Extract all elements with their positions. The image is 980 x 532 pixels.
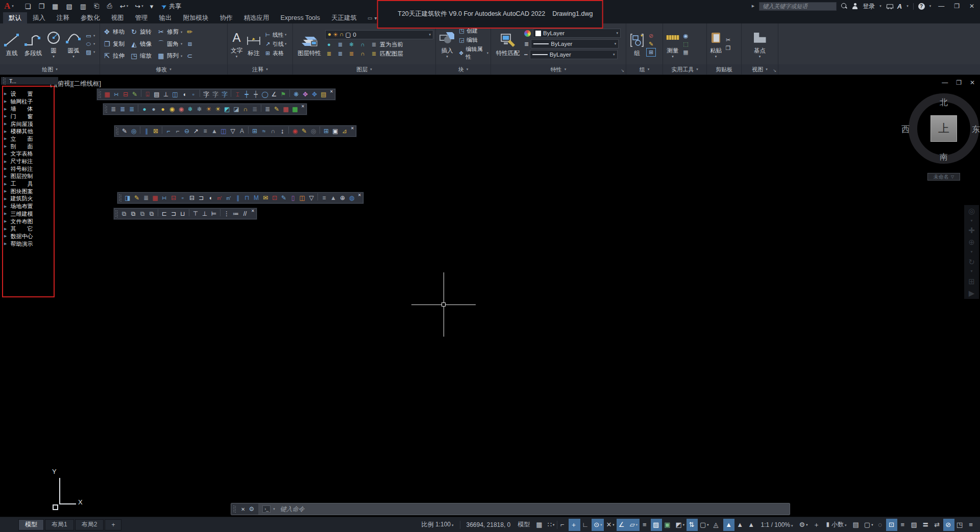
toolbar-icon[interactable]: ↨ <box>278 126 287 136</box>
layer-tool-icon[interactable]: ❄ <box>348 41 355 48</box>
toolbar-icon[interactable]: ≈ <box>259 126 268 136</box>
tianzheng-menu-item[interactable]: ▶ 工 具 <box>4 180 53 188</box>
modify-tool[interactable]: ⧈ <box>186 40 198 48</box>
tianzheng-menu-item[interactable]: ▶ 数据中心 <box>4 233 53 240</box>
toolbar-icon[interactable]: ≣ <box>118 105 127 114</box>
annotation-toggle[interactable]: ▲ <box>746 519 757 531</box>
linetype-dropdown[interactable]: ByLayer ▾ <box>530 50 618 59</box>
modify-tool[interactable]: ✥ 移动 <box>103 28 127 36</box>
viewcube-west[interactable]: 西 <box>901 124 910 135</box>
toolbar-icon[interactable]: ▽ <box>228 126 237 136</box>
share-button[interactable]: ➤ 共享 <box>161 2 181 11</box>
modify-tool[interactable]: ⊂ <box>186 52 198 60</box>
qat-icon[interactable]: ⎗ <box>94 2 100 10</box>
status-toggle[interactable]: ▨ <box>651 519 662 531</box>
toolbar-icon[interactable]: ㎡ <box>215 193 224 202</box>
ribbon-tab[interactable]: Express Tools <box>275 12 326 23</box>
toolbar-icon[interactable]: ≣ <box>263 105 272 114</box>
status-toggle[interactable]: ▱▾ <box>628 519 640 531</box>
qat-icon[interactable]: ▧ <box>66 3 73 10</box>
status-toggle[interactable]: ⊡ <box>886 519 897 531</box>
toolbar-icon[interactable]: ⧉ <box>129 209 138 218</box>
toolbar-icon[interactable]: ● <box>140 105 149 114</box>
toolbar-icon[interactable]: ⋮ <box>222 209 231 218</box>
clipboard-mini-tool[interactable]: ✂ <box>724 37 732 43</box>
qat-icon[interactable]: ▥ <box>80 3 87 10</box>
navigation-bar[interactable]: ◎▾✚⊕▾↻▾⊞▶ <box>964 205 979 299</box>
tz-toolbar-common[interactable]: ◨✎≣▦∺⊟▫⊟⊐◖㎡㎡∥⊓M✉⊡✎▯◫▽≡▲⊕◍ ✕ <box>117 192 363 204</box>
polyline-button[interactable]: 多段线 <box>23 32 43 57</box>
qat-icon[interactable]: ↩▾ <box>120 3 128 10</box>
panel-label-utilities[interactable]: 实用工具▾ <box>663 64 706 74</box>
layer-select-dropdown[interactable]: ●☀∩▢ 0 ▾ <box>325 30 433 39</box>
toolbar-icon[interactable] <box>220 209 220 216</box>
toolbar-icon[interactable]: ☀ <box>213 105 223 114</box>
drag-grip-icon[interactable] <box>116 128 118 135</box>
annotate-mini-tool[interactable]: ↗引线▾ <box>264 40 286 48</box>
panel-label-view[interactable]: 视图▾↘ <box>742 64 778 74</box>
crosshair-toggle[interactable]: ＋ <box>811 519 822 531</box>
tianzheng-menu-item[interactable]: ▶ 楼梯其他 <box>4 128 53 135</box>
toolbar-icon[interactable]: ⊏ <box>160 209 169 218</box>
toolbar-icon[interactable]: ▦ <box>151 193 160 202</box>
status-toggle[interactable]: ▤ <box>851 519 862 531</box>
toolbar-icon[interactable]: A <box>237 126 247 136</box>
status-toggle[interactable]: ▣ <box>662 519 673 531</box>
navbar-icon[interactable]: ⊕ <box>968 238 975 246</box>
status-toggle[interactable]: ∷▾ <box>546 519 557 531</box>
autodesk-chevron-icon[interactable]: ▾ <box>906 4 909 8</box>
ribbon-tab[interactable]: 默认 <box>3 12 27 23</box>
toolbar-icon[interactable]: ⊟ <box>169 193 178 202</box>
toolbar-icon[interactable]: ✎ <box>132 193 141 202</box>
qat-icon[interactable]: ▦ <box>52 3 59 10</box>
toolbar-icon[interactable]: ⊞ <box>250 126 259 136</box>
toolbar-icon[interactable]: ⊔ <box>178 209 187 218</box>
status-toggle[interactable]: 〓 <box>920 519 932 531</box>
panel-label-properties[interactable]: 特性▾↘ <box>491 64 626 74</box>
status-toggle[interactable]: ◩▾ <box>673 519 687 531</box>
object-color-dropdown[interactable]: ByLayer ▾ <box>533 29 621 38</box>
tianzheng-menu-item[interactable]: ▶ 图块图案 <box>4 188 53 195</box>
modify-tool[interactable]: ⇱ 拉伸 <box>103 52 127 60</box>
line-button[interactable]: 直线 <box>2 32 21 57</box>
toolbar-icon[interactable]: ◖ <box>180 90 189 99</box>
user-icon[interactable] <box>852 3 858 9</box>
toolbar-icon[interactable]: ⊞ <box>322 126 331 136</box>
toolbar-icon[interactable]: ∩ <box>241 105 250 114</box>
modify-tool[interactable]: ↻ 旋转 <box>130 28 154 36</box>
tz-toolbar-layers[interactable]: ≣≣≣●●●◉◉❄❄☀☀◩◪∩≣≣✎▦▦ ✕ <box>103 104 307 115</box>
arc-button[interactable]: 圆弧 ▾ <box>64 29 83 59</box>
layer-tool-icon[interactable]: ≣ <box>370 50 378 57</box>
qat-icon[interactable]: ⎙ <box>107 2 113 10</box>
status-toggle[interactable]: ≡ <box>640 519 651 531</box>
toolbar-icon[interactable]: ⧉ <box>138 209 147 218</box>
tianzheng-menu-item[interactable]: ▶ 文字表格 <box>4 150 53 158</box>
navbar-icon[interactable]: ▾ <box>970 269 972 273</box>
close-icon[interactable]: ✕ <box>251 209 255 213</box>
help-chevron-icon[interactable]: ▾ <box>929 4 932 8</box>
toolbar-icon[interactable] <box>141 90 141 97</box>
toolbar-icon[interactable]: ⊐ <box>169 209 178 218</box>
status-toggle[interactable]: ∟ <box>580 519 592 531</box>
toolbar-icon[interactable]: ⊨ <box>209 209 218 218</box>
toolbar-icon[interactable]: ∺ <box>112 90 121 99</box>
drag-grip-icon[interactable] <box>115 210 118 217</box>
model-space-button[interactable]: 模型 <box>514 520 533 529</box>
status-toggle[interactable]: ✕▾ <box>604 519 616 531</box>
status-toggle[interactable]: ＋ <box>569 519 580 531</box>
tianzheng-menu-item[interactable]: ▶ 剖 面 <box>4 143 53 150</box>
toolbar-icon[interactable]: ⊠ <box>151 126 160 136</box>
toolbar-icon[interactable]: ▯ <box>288 193 298 202</box>
close-icon[interactable]: ✕ <box>358 193 361 197</box>
toolbar-icon[interactable]: ≡ <box>320 193 329 202</box>
toolbar-icon[interactable]: ⊤ <box>191 209 200 218</box>
base-point-button[interactable]: 基点 ▾ <box>753 29 767 59</box>
navbar-icon[interactable]: ↻ <box>968 258 975 266</box>
navbar-icon[interactable]: ⊞ <box>968 277 975 285</box>
annotate-mini-tool[interactable]: ⊞表格 <box>264 49 286 57</box>
toolbar-icon[interactable] <box>231 90 231 97</box>
status-toggle[interactable]: ⇅ <box>687 519 698 531</box>
layer-tool-icon[interactable]: ≣ <box>348 50 355 57</box>
toolbar-icon[interactable]: 字 <box>202 90 211 99</box>
ribbon-tab[interactable]: 天正建筑 <box>326 12 362 23</box>
